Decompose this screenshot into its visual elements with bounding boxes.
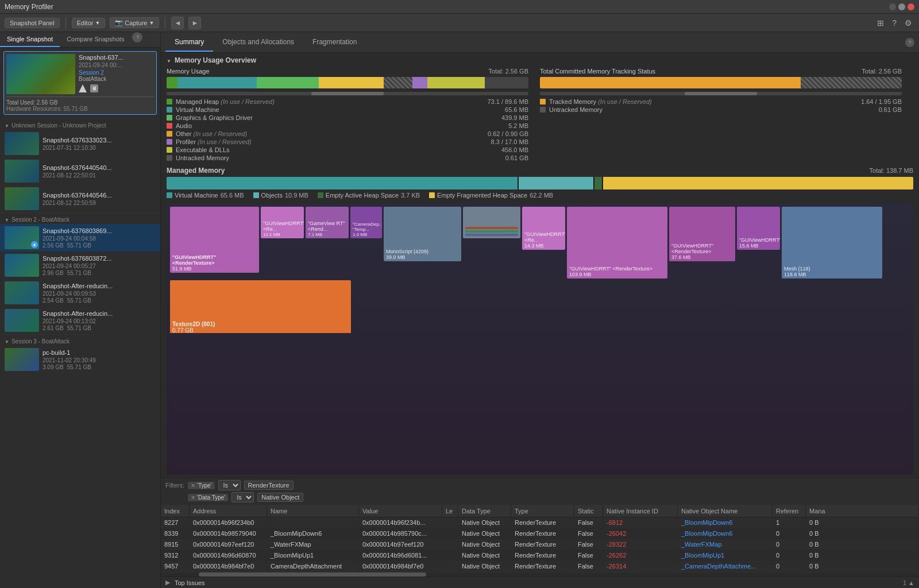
snapshot-row-1-2[interactable]: Snapshot-After-reducin... 2021-09-24 00:… bbox=[0, 279, 160, 307]
th-value[interactable]: Value bbox=[359, 505, 442, 517]
td-nativename-1[interactable]: _BloomMipDown6 bbox=[678, 528, 773, 539]
snapshot-info-1-0: Snapshot-6376803869... 2021-09-24 00:04:… bbox=[39, 227, 156, 249]
snapshot-row-0-2[interactable]: Snapshot-6376440546... 2021-08-12 22:50:… bbox=[0, 185, 160, 212]
filter-remove-2[interactable]: ✕ bbox=[191, 494, 195, 501]
snapshot-row-1-1[interactable]: Snapshot-6376803872... 2021-09-24 00:05:… bbox=[0, 252, 160, 279]
snapshot-info-0-2: Snapshot-6376440546... 2021-08-12 22:50:… bbox=[39, 192, 156, 206]
session-triangle-2[interactable] bbox=[5, 217, 9, 223]
filter-tag-1[interactable]: ✕ 'Type' bbox=[188, 482, 215, 489]
frag-block-4[interactable]: "GUIViewHDRRT" <RenderTexture> 103.9 MB bbox=[567, 207, 667, 278]
sidebar-info-icon[interactable]: ? bbox=[132, 32, 142, 42]
tab-help-icon[interactable]: ? bbox=[905, 38, 914, 47]
snapshot-row-2-0[interactable]: pc-build-1 2021-11-02 20:30:49 3.09 GB 5… bbox=[0, 346, 160, 373]
frag-block-0[interactable]: "GUIViewHDRRT" <RenderTexture> 51.9 MB bbox=[170, 207, 259, 273]
th-ref[interactable]: Referen bbox=[773, 505, 806, 517]
window-close[interactable] bbox=[908, 3, 914, 10]
th-nativename[interactable]: Native Object Name bbox=[678, 505, 773, 517]
frag-block-mono[interactable]: MonoScript (4209) 39.0 MB bbox=[384, 207, 461, 261]
snapshot-row-1-3[interactable]: Snapshot-After-reducin... 2021-09-24 00:… bbox=[0, 307, 160, 334]
featured-snapshot-session: Session 2 bbox=[79, 69, 154, 76]
td-nativename-0[interactable]: _BloomMipDown6 bbox=[678, 517, 773, 528]
featured-snapshot-thumbnail bbox=[6, 54, 75, 94]
legend-profiler: Profiler (In use / Reserved) 8.3 / 17.0 … bbox=[167, 138, 528, 146]
legend-managed-heap: Managed Heap (In use / Reserved) 73.1 / … bbox=[167, 98, 528, 106]
nav-back-btn[interactable]: ◄ bbox=[171, 17, 184, 29]
td-datatype-3: Native Object bbox=[458, 550, 511, 560]
session-triangle-unknown[interactable] bbox=[5, 123, 9, 129]
th-datatype[interactable]: Data Type bbox=[458, 505, 511, 517]
table-row-2[interactable]: 8915 0x0000014b97eef120 _WaterFXMap 0x00… bbox=[161, 539, 919, 550]
session-triangle-3[interactable] bbox=[5, 339, 9, 345]
th-index[interactable]: Index bbox=[161, 505, 190, 517]
table-hscroll-thumb[interactable] bbox=[199, 572, 426, 577]
td-nativename-3[interactable]: _BloomMipUp1 bbox=[678, 550, 773, 560]
table-row-3[interactable]: 9312 0x0000014b96d60870 _BloomMipUp1 0x0… bbox=[161, 550, 919, 561]
mem-bar-untracked bbox=[384, 77, 412, 88]
tab-compare-snapshots[interactable]: Compare Snapshots bbox=[60, 32, 131, 47]
table-header: Index Address Name Value Le Data Type Ty… bbox=[161, 505, 919, 517]
th-address[interactable]: Address bbox=[190, 505, 267, 517]
td-ref-2: 0 bbox=[773, 539, 806, 550]
nav-forward-btn[interactable]: ► bbox=[188, 17, 201, 29]
mem-usage-scroll[interactable] bbox=[167, 92, 528, 95]
frag-block-color[interactable] bbox=[463, 207, 520, 238]
committed-scroll[interactable] bbox=[540, 92, 902, 95]
top-issues-label[interactable]: Top Issues bbox=[175, 579, 205, 586]
toolbar-right: ⊞ ? ⚙ bbox=[875, 17, 914, 29]
frag-block-2[interactable]: "GameView RT" <Rend... 7.1 MB bbox=[306, 207, 349, 238]
legend-color-other bbox=[167, 131, 172, 137]
capture-btn[interactable]: 📷 Capture ▼ bbox=[110, 17, 159, 28]
legend-color-vm bbox=[167, 107, 172, 113]
snapshot-row-0-0[interactable]: Snapshot-6376333023... 2021-07-31 12:10:… bbox=[0, 130, 160, 157]
th-nativeid[interactable]: Native Instance ID bbox=[603, 505, 678, 517]
snapshot-row-0-1[interactable]: Snapshot-6376440540... 2021-08-12 22:50:… bbox=[0, 157, 160, 185]
table-row-0[interactable]: 8227 0x0000014b96f234b0 0x0000014b96f234… bbox=[161, 517, 919, 528]
frag-block-6[interactable]: "GUIViewHDRRT" 15.6 MB bbox=[737, 207, 780, 250]
table-row-4[interactable]: 9457 0x0000014b984bf7e0 CameraDepthAttac… bbox=[161, 561, 919, 572]
filter-op-1[interactable]: Is bbox=[218, 480, 241, 490]
filter-row-1: Filters: ✕ 'Type' Is RenderTexture bbox=[165, 480, 914, 490]
table-row-1[interactable]: 8339 0x0000014b98579040 _BloomMipDown6 0… bbox=[161, 528, 919, 539]
th-le[interactable]: Le bbox=[442, 505, 458, 517]
th-type[interactable]: Type bbox=[511, 505, 574, 517]
td-nativename-4[interactable]: _CameraDepthAttachme... bbox=[678, 561, 773, 571]
filter-remove-1[interactable]: ✕ bbox=[191, 482, 195, 489]
tab-single-snapshot[interactable]: Single Snapshot bbox=[0, 32, 60, 47]
memory-usage-col: Memory Usage Total: 2.56 GB bbox=[167, 68, 540, 162]
table-hscrollbar[interactable] bbox=[161, 572, 919, 577]
td-le-3 bbox=[442, 550, 458, 560]
frag-block-texture[interactable]: Texture2D (801) 0.77 GB bbox=[170, 280, 351, 333]
window-maximize[interactable] bbox=[898, 3, 905, 10]
th-mana[interactable]: Mana bbox=[806, 505, 919, 517]
data-table: Index Address Name Value Le Data Type Ty… bbox=[161, 505, 919, 577]
frag-block-5[interactable]: "GUIViewHDRRT" <RenderTexture> 37.6 MB bbox=[669, 207, 735, 261]
settings-icon[interactable]: ⚙ bbox=[902, 17, 914, 29]
frag-block-cam[interactable]: "CameraDep... "Temp... 1.0 MB bbox=[350, 207, 382, 238]
filter-value-2[interactable]: Native Object bbox=[257, 493, 303, 502]
filter-value-1[interactable]: RenderTexture bbox=[244, 481, 294, 490]
filter-tag-2[interactable]: ✕ 'Data Type' bbox=[188, 494, 228, 501]
tab-summary[interactable]: Summary bbox=[165, 33, 213, 52]
editor-btn[interactable]: Editor ▼ bbox=[72, 18, 106, 28]
featured-snapshot[interactable]: Snapshot-637... 2021-09-24 00:... Sessio… bbox=[3, 51, 157, 115]
memory-overview-header[interactable]: Memory Usage Overview bbox=[161, 53, 919, 68]
frag-block-mesh[interactable]: Mesh (118) 118.6 MB bbox=[782, 207, 882, 278]
window-minimize[interactable] bbox=[889, 3, 896, 10]
help-icon[interactable]: ? bbox=[890, 17, 899, 29]
snapshot-sizes-1-1: 2.96 GB 55.71 GB bbox=[43, 270, 156, 276]
td-mana-3: 0 B bbox=[806, 550, 919, 560]
th-name[interactable]: Name bbox=[267, 505, 359, 517]
th-static[interactable]: Static bbox=[574, 505, 603, 517]
snapshot-panel-btn[interactable]: Snapshot Panel bbox=[5, 18, 60, 28]
filter-op-2[interactable]: Is bbox=[231, 492, 254, 502]
layout-icon[interactable]: ⊞ bbox=[875, 17, 886, 29]
tab-objects[interactable]: Objects and Allocations bbox=[213, 33, 303, 52]
overview-triangle-icon bbox=[167, 57, 171, 64]
frag-block-3[interactable]: "GUIViewHDRRT" <Re... 14.3 MB bbox=[522, 207, 565, 250]
tab-fragmentation[interactable]: Fragmentation bbox=[303, 33, 366, 52]
td-nativename-2[interactable]: _WaterFXMap bbox=[678, 539, 773, 550]
td-le-4 bbox=[442, 561, 458, 571]
snapshot-row-1-0[interactable]: ● Snapshot-6376803869... 2021-09-24 00:0… bbox=[0, 224, 160, 252]
featured-snapshot-info: Snapshot-637... 2021-09-24 00:... Sessio… bbox=[75, 54, 154, 92]
frag-block-1[interactable]: "GUIViewHDRRT" <Re... 12.1 MB bbox=[261, 207, 304, 238]
